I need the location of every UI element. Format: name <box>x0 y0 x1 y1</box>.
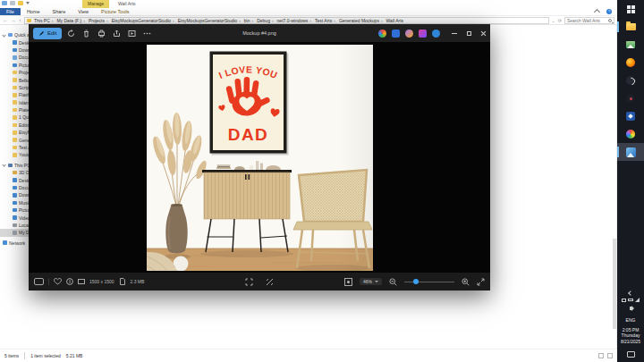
explorer-titlebar: Manage Wall Arts <box>0 0 617 8</box>
close-button[interactable] <box>476 24 490 42</box>
edit-icon <box>38 30 45 37</box>
folder-icon <box>13 55 17 60</box>
minimize-button[interactable] <box>447 24 462 42</box>
clock[interactable]: 2:05 PM Thursday 8/21/2025 <box>621 327 640 345</box>
more-button[interactable] <box>140 27 153 39</box>
image-dimensions: 1500 x 1500 <box>89 279 114 284</box>
zoom-level-dropdown[interactable]: 46% <box>360 278 382 285</box>
show-hidden-icons-chevron[interactable] <box>628 290 633 296</box>
taskbar-app-colorful[interactable] <box>617 125 644 143</box>
info-icon[interactable] <box>66 278 73 285</box>
tab-file[interactable]: File <box>0 8 21 15</box>
breadcrumb-item[interactable]: Wall Arts <box>386 18 405 23</box>
folder-icon <box>13 138 17 142</box>
taskbar-file-explorer[interactable] <box>617 18 644 36</box>
tab-home[interactable]: Home <box>21 8 47 15</box>
magenta-app-icon[interactable] <box>419 29 427 38</box>
poster-artwork: I LOVE YOU DAD <box>209 51 288 155</box>
breadcrumb-item[interactable]: This PC <box>33 18 55 23</box>
language-indicator[interactable]: ENG <box>626 317 636 324</box>
breadcrumb[interactable]: This PC My Data (F:) Projects EtsyMockup… <box>24 17 549 24</box>
breadcrumb-item[interactable]: EtsyMockupsGeneratorStudio <box>111 18 177 23</box>
selection-size: 5.21 MB <box>66 353 83 358</box>
zoom-percent: 46% <box>363 279 372 284</box>
quick-access-toolbar[interactable] <box>2 1 30 5</box>
taskbar: ENG 2:05 PM Thursday 8/21/2025 <box>617 0 644 362</box>
tab-share[interactable]: Share <box>47 8 72 15</box>
zoom-out-icon[interactable] <box>389 278 397 286</box>
qat-customize-caret-icon[interactable] <box>26 2 30 4</box>
taskbar-app-swirl[interactable] <box>617 72 644 89</box>
breadcrumb-item[interactable]: Projects <box>88 18 111 23</box>
taskbar-firefox[interactable] <box>617 54 644 72</box>
qat-properties-icon[interactable] <box>10 1 15 5</box>
chevron-down-icon[interactable] <box>2 164 5 167</box>
taskbar-gallery-app[interactable] <box>617 36 644 54</box>
cloud-app-icon[interactable] <box>432 29 440 38</box>
help-icon[interactable]: ? <box>606 9 612 14</box>
actual-size-icon[interactable] <box>266 278 274 286</box>
explorer-window-title: Wall Arts <box>118 0 136 8</box>
tray-app-icon[interactable] <box>622 299 626 302</box>
battery-icon[interactable] <box>628 299 633 301</box>
delete-button[interactable] <box>80 27 92 39</box>
share-button[interactable] <box>110 27 123 39</box>
filmstrip-icon[interactable] <box>34 278 44 285</box>
drive-icon <box>13 193 17 198</box>
edit-button[interactable]: Edit <box>33 28 62 39</box>
breadcrumb-item[interactable]: EtsyMockupsGeneratorStudio <box>177 18 243 23</box>
breadcrumb-item[interactable]: bin <box>243 18 256 23</box>
zoom-slider-handle[interactable] <box>413 279 419 284</box>
swirl-app-icon[interactable] <box>405 29 413 38</box>
network-signal-icon[interactable] <box>635 298 640 302</box>
breadcrumb-item[interactable]: Generated Mockups <box>338 18 386 23</box>
taskbar-app-lens[interactable] <box>617 89 644 107</box>
search-box[interactable] <box>564 17 614 24</box>
day-text: Thursday <box>621 333 640 339</box>
fit-to-window-icon[interactable] <box>245 278 253 286</box>
lens-app-icon <box>626 94 635 103</box>
poster-line2: DAD <box>227 125 268 144</box>
swirl-app-icon <box>626 76 635 85</box>
file-size: 2.3 MB <box>131 279 145 284</box>
pinwheel-app-icon[interactable] <box>378 29 386 38</box>
rotate-button[interactable] <box>64 27 77 39</box>
breadcrumb-item[interactable]: My Data (F:) <box>55 18 87 23</box>
breadcrumb-item[interactable]: net7.0-windows <box>276 18 314 23</box>
slideshow-button[interactable] <box>125 27 138 39</box>
ribbon-collapse-caret-icon[interactable] <box>594 9 600 15</box>
volume-icon[interactable] <box>630 307 632 310</box>
photo-canvas: I LOVE YOU DAD <box>29 42 490 273</box>
folder-icon <box>13 115 17 120</box>
details-view-icon[interactable] <box>598 353 604 358</box>
taskbar-photos-app[interactable] <box>617 143 644 161</box>
forward-arrow-icon[interactable]: → <box>11 16 16 25</box>
search-input[interactable] <box>567 18 608 23</box>
qat-new-folder-icon[interactable] <box>18 1 23 5</box>
refresh-icon[interactable]: ⟳ <box>558 18 562 23</box>
tab-picture-tools[interactable]: Picture Tools <box>95 8 135 15</box>
thumbnail-view-icon[interactable] <box>607 353 613 358</box>
photos-titlebar: Edit Mockup #4.png <box>29 24 490 42</box>
up-arrow-icon[interactable]: ↑ <box>19 16 21 25</box>
breadcrumb-item[interactable]: Test Arts <box>314 18 338 23</box>
frame-icon[interactable] <box>344 278 352 286</box>
maximize-button[interactable] <box>462 24 476 42</box>
address-dropdown-caret-icon[interactable]: ⌄ <box>552 18 555 23</box>
taskbar-app-blue[interactable] <box>617 107 644 125</box>
print-button[interactable] <box>95 27 107 39</box>
touch-keyboard-icon[interactable] <box>627 351 635 358</box>
manage-contextual-label[interactable]: Manage <box>82 0 109 8</box>
fullscreen-icon[interactable] <box>477 278 485 286</box>
heart-icon[interactable] <box>54 278 62 285</box>
folder-icon <box>13 40 17 45</box>
back-arrow-icon[interactable]: ← <box>3 16 8 25</box>
breadcrumb-item[interactable]: Debug <box>256 18 275 23</box>
blue-app-icon[interactable] <box>392 29 400 38</box>
scrollbar[interactable] <box>613 239 616 329</box>
tab-view[interactable]: View <box>72 8 95 15</box>
zoom-slider[interactable] <box>404 282 454 282</box>
chevron-down-icon[interactable] <box>2 33 5 37</box>
start-button[interactable] <box>617 0 644 18</box>
zoom-in-icon[interactable] <box>462 278 470 286</box>
